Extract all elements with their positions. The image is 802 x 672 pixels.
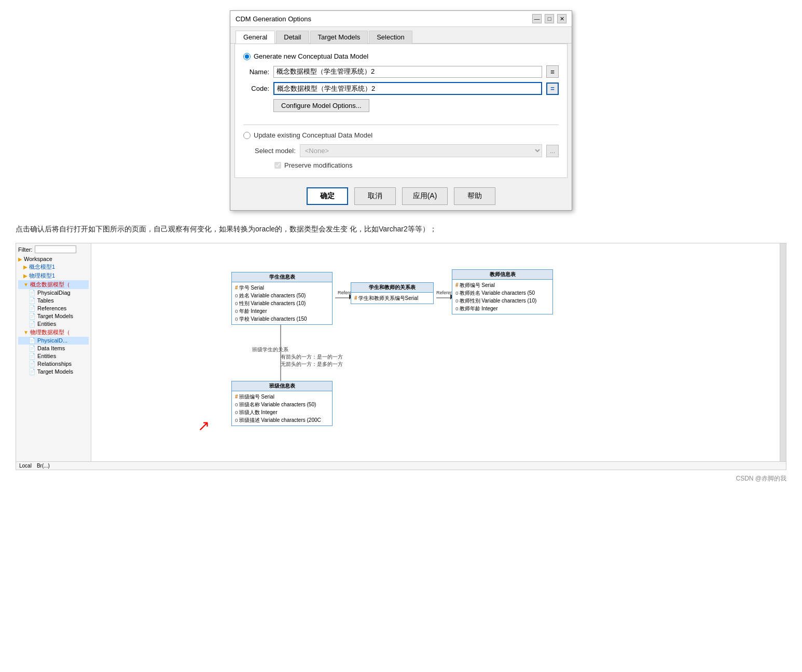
configure-button[interactable]: Configure Model Options... bbox=[273, 99, 369, 112]
select-model-row: Select model: <None> ... bbox=[255, 144, 559, 157]
description-text: 点击确认后将自行打开如下图所示的页面，自己观察有何变化，如果转换为oracle的… bbox=[10, 223, 792, 235]
status-local: Local bbox=[19, 463, 32, 469]
tree-item-physicaldiag[interactable]: 📄 PhysicalDiag bbox=[18, 289, 89, 297]
preserve-label: Preserve modifications bbox=[284, 161, 353, 169]
tree-item-physical1[interactable]: ▶ 物理模型1 bbox=[18, 271, 89, 280]
code-label: Code: bbox=[243, 85, 269, 92]
entity-rel-body: # 学生和教师关系编号Serial bbox=[351, 293, 433, 304]
entity-student-title: 学生信息表 bbox=[232, 272, 332, 282]
attr-class-count: o 班级人数 Integer bbox=[235, 408, 329, 416]
diagram-inner: Filter: ▶ Workspace ▶ 概念模型1 ▶ 物理模型1 ▼ 概念… bbox=[16, 243, 786, 461]
diagram-canvas[interactable]: Reference_2 Reference_3 学生信息表 # 学号 Seria… bbox=[91, 243, 786, 461]
scrollbar-vertical[interactable] bbox=[780, 243, 786, 461]
name-input[interactable] bbox=[273, 66, 542, 78]
preserve-row: Preserve modifications bbox=[274, 161, 559, 169]
tab-detail[interactable]: Detail bbox=[276, 31, 309, 44]
filter-label: Filter: bbox=[18, 246, 33, 253]
tree-item-concept-student[interactable]: ▼ 概念数据模型（ bbox=[18, 280, 89, 289]
tree-item-concept1[interactable]: ▶ 概念模型1 bbox=[18, 263, 89, 271]
tab-selection[interactable]: Selection bbox=[369, 31, 412, 44]
code-input[interactable] bbox=[273, 82, 542, 95]
minimize-button[interactable]: — bbox=[532, 14, 542, 23]
folder-icon: ▼ bbox=[23, 330, 29, 335]
tree-item-target-models2[interactable]: 📄 Target Models bbox=[18, 368, 89, 376]
dialog-tab-bar: General Detail Target Models Selection bbox=[230, 27, 572, 44]
watermark: CSDN @赤脚的我 bbox=[10, 474, 792, 483]
entity-class-title: 班级信息表 bbox=[232, 381, 332, 391]
entity-student-body: # 学号 Serial o 姓名 Variable characters (50… bbox=[232, 282, 332, 324]
dialog-controls: — □ ✕ bbox=[532, 14, 566, 23]
generate-section: Generate new Conceptual Data Model Name:… bbox=[243, 52, 559, 117]
attr-class-id: # 班级编号 Serial bbox=[235, 393, 329, 401]
entity-teacher-title: 教师信息表 bbox=[452, 270, 552, 280]
tree-item-references[interactable]: 📄 References bbox=[18, 305, 89, 312]
generate-radio-label[interactable]: Generate new Conceptual Data Model bbox=[243, 52, 559, 60]
cdm-generation-dialog: CDM Generation Options — □ ✕ General Det… bbox=[230, 10, 572, 211]
attr-student-name: o 姓名 Variable characters (50) bbox=[235, 292, 329, 299]
diagram-container: Filter: ▶ Workspace ▶ 概念模型1 ▶ 物理模型1 ▼ 概念… bbox=[16, 243, 786, 470]
annotation-relation: 班级学生的关系 bbox=[252, 346, 288, 353]
apply-button[interactable]: 应用(A) bbox=[402, 187, 448, 205]
generate-radio[interactable] bbox=[243, 53, 251, 60]
tree-item-tables[interactable]: 📄 Tables bbox=[18, 297, 89, 305]
code-row: Code: = bbox=[243, 82, 559, 95]
tree-item-physicald[interactable]: 📄 PhysicalD... bbox=[18, 337, 89, 345]
close-button[interactable]: ✕ bbox=[557, 14, 566, 23]
tree-filter: Filter: bbox=[18, 245, 89, 253]
entity-teacher-body: # 教师编号 Serial o 教师姓名 Variable characters… bbox=[452, 280, 552, 314]
dialog-body: Generate new Conceptual Data Model Name:… bbox=[234, 44, 568, 178]
entity-teacher[interactable]: 教师信息表 # 教师编号 Serial o 教师姓名 Variable char… bbox=[452, 269, 553, 314]
tree-item-entities2[interactable]: 📄 Entities bbox=[18, 352, 89, 360]
tree-item-relationships[interactable]: 📄 Relationships bbox=[18, 360, 89, 368]
dialog-title: CDM Generation Options bbox=[236, 15, 311, 23]
preserve-checkbox[interactable] bbox=[274, 162, 281, 169]
tree-item-entities[interactable]: 📄 Entities bbox=[18, 320, 89, 328]
cancel-button[interactable]: 取消 bbox=[354, 187, 396, 205]
tree-item-workspace[interactable]: ▶ Workspace bbox=[18, 255, 89, 263]
name-label: Name: bbox=[243, 68, 269, 76]
update-radio-label[interactable]: Update existing Conceptual Data Model bbox=[243, 131, 559, 139]
diagram-statusbar: Local Br(...) bbox=[16, 461, 786, 470]
attr-teacher-name: o 教师姓名 Variable characters (50 bbox=[455, 289, 549, 297]
attr-student-gender: o 性别 Variable characters (10) bbox=[235, 299, 329, 307]
name-eq-button[interactable]: = bbox=[546, 65, 559, 78]
attr-class-desc: o 班级描述 Variable characters (200C bbox=[235, 416, 329, 424]
tree-item-dataitems[interactable]: 📄 Data Items bbox=[18, 345, 89, 352]
connector-svg: Reference_2 Reference_3 bbox=[91, 243, 786, 461]
entity-student[interactable]: 学生信息表 # 学号 Serial o 姓名 Variable characte… bbox=[231, 272, 333, 325]
folder-icon: ▶ bbox=[23, 264, 27, 270]
attr-student-school: o 学校 Variable characters (150 bbox=[235, 315, 329, 323]
attr-teacher-gender: o 教师性别 Variable characters (10) bbox=[455, 297, 549, 305]
tree-item-target-models[interactable]: 📄 Target Models bbox=[18, 312, 89, 320]
entity-class[interactable]: 班级信息表 # 班级编号 Serial o 班级名称 Variable char… bbox=[231, 381, 333, 426]
tab-target-models[interactable]: Target Models bbox=[310, 31, 368, 44]
ok-button[interactable]: 确定 bbox=[307, 187, 348, 205]
maximize-button[interactable]: □ bbox=[545, 14, 554, 23]
dialog-footer: 确定 取消 应用(A) 帮助 bbox=[230, 182, 572, 210]
attr-teacher-age: o 教师年龄 Integer bbox=[455, 305, 549, 312]
annotation-arrow1: 有箭头的一方：是一的一方 bbox=[281, 353, 343, 361]
attr-student-age: o 年龄 Integer bbox=[235, 307, 329, 315]
attr-class-name: o 班级名称 Variable characters (50) bbox=[235, 401, 329, 408]
code-eq-button[interactable]: = bbox=[546, 83, 559, 95]
filter-input[interactable] bbox=[35, 245, 76, 253]
tab-general[interactable]: General bbox=[236, 31, 275, 44]
red-arrow-annotation: ↗ bbox=[198, 417, 210, 434]
update-radio[interactable] bbox=[243, 132, 251, 139]
section-divider bbox=[243, 125, 559, 125]
tree-sidebar: Filter: ▶ Workspace ▶ 概念模型1 ▶ 物理模型1 ▼ 概念… bbox=[16, 243, 91, 461]
update-section: Update existing Conceptual Data Model Se… bbox=[243, 131, 559, 169]
attr-student-id: # 学号 Serial bbox=[235, 284, 329, 292]
folder-icon: ▶ bbox=[23, 273, 27, 279]
browse-button[interactable]: ... bbox=[546, 145, 559, 157]
annotation-arrow2: 无箭头的一方：是多的一方 bbox=[281, 361, 343, 368]
model-select[interactable]: <None> bbox=[300, 144, 542, 157]
folder-icon: ▼ bbox=[23, 282, 29, 287]
tree-item-physical-student[interactable]: ▼ 物理数据模型（ bbox=[18, 328, 89, 337]
entity-student-teacher-rel[interactable]: 学生和教师的关系表 # 学生和教师关系编号Serial bbox=[351, 282, 434, 304]
folder-icon: ▶ bbox=[18, 256, 22, 262]
attr-teacher-id: # 教师编号 Serial bbox=[455, 281, 549, 289]
select-model-label: Select model: bbox=[255, 147, 296, 155]
dialog-titlebar: CDM Generation Options — □ ✕ bbox=[230, 11, 572, 27]
help-button[interactable]: 帮助 bbox=[454, 187, 495, 205]
